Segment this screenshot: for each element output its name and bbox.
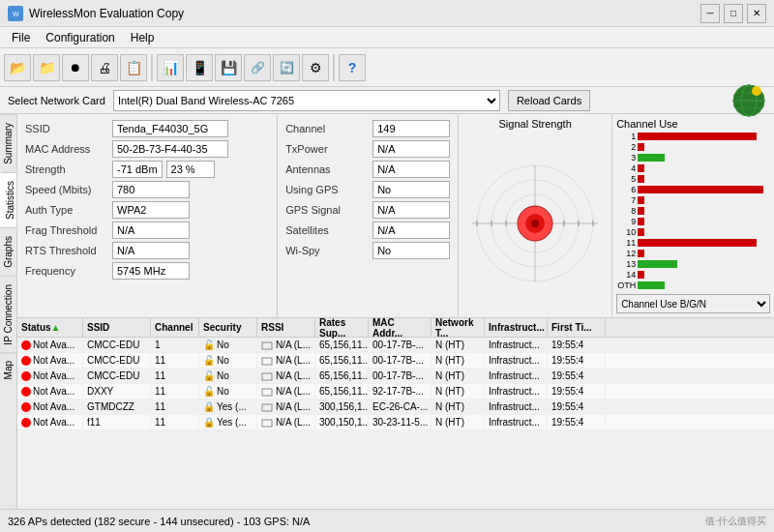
channel-bar-label: 3: [616, 153, 636, 163]
strength-row: Strength -71 dBm 23 %: [25, 161, 269, 178]
channel-bar-label: 13: [616, 259, 636, 269]
td-channel: 11: [151, 369, 199, 383]
td-first: 19:55:4: [548, 353, 606, 368]
security-icon: 🔓: [203, 386, 215, 397]
status-dot: [21, 356, 31, 366]
maximize-button[interactable]: □: [724, 4, 743, 23]
channel-bar-wrap: [638, 133, 770, 140]
th-mac[interactable]: MAC Addr...: [369, 318, 432, 337]
td-security: 🔒Yes (...: [199, 399, 257, 414]
open-button[interactable]: 📂: [4, 54, 31, 81]
table-row[interactable]: Not Ava... CMCC-EDU 11 🔓No N/A (L... 65,…: [17, 369, 774, 384]
channel-bar-fill: [638, 143, 644, 151]
channel-bar-row: 5: [616, 174, 770, 184]
svg-rect-30: [262, 404, 272, 411]
copy-button[interactable]: 📋: [120, 54, 147, 81]
signal-panel: Signal Strength: [459, 114, 612, 317]
mac-value: 50-2B-73-F4-40-35: [112, 140, 228, 158]
td-rssi: N/A (L...: [257, 384, 315, 399]
td-status: Not Ava...: [17, 384, 83, 399]
channel-bar-wrap: [638, 143, 770, 151]
rts-label: RTS Threshold: [25, 245, 112, 256]
folder-button[interactable]: 📁: [33, 54, 60, 81]
th-first[interactable]: First Ti...: [548, 318, 606, 337]
print-button[interactable]: 🖨: [91, 54, 118, 81]
td-channel: 1: [151, 338, 199, 352]
status-text: 326 APs detected (182 secure - 144 unsec…: [8, 516, 310, 527]
table-row[interactable]: Not Ava... CMCC-EDU 11 🔓No N/A (L... 65,…: [17, 353, 774, 369]
status-dot: [21, 402, 31, 412]
td-mac: EC-26-CA-...: [369, 399, 432, 414]
channel-bar-label: OTH: [616, 281, 636, 290]
channel-bars: 1 2 3 4 5 6: [616, 132, 770, 290]
channel-bar-wrap: [638, 271, 770, 279]
menu-help[interactable]: Help: [123, 29, 163, 46]
tab-map[interactable]: Map: [0, 352, 16, 387]
auth-value: WPA2: [112, 201, 190, 219]
svg-point-25: [531, 220, 539, 227]
info-panel: SSID Tenda_F44030_5G MAC Address 50-2B-7…: [17, 114, 774, 318]
toolbar-sep-2: [333, 54, 335, 81]
table-row[interactable]: Not Ava... GTMDCZZ 11 🔒Yes (... N/A (L..…: [17, 399, 774, 415]
window-controls[interactable]: ─ □ ✕: [700, 4, 766, 23]
chart-button[interactable]: 📊: [157, 54, 184, 81]
th-rates[interactable]: Rates Sup...: [315, 318, 369, 337]
th-status[interactable]: Status ▲: [17, 318, 83, 337]
gpssig-value: N/A: [372, 201, 450, 219]
radar-display: [462, 161, 608, 286]
channel-bar-label: 14: [616, 270, 636, 280]
help-button[interactable]: ?: [339, 54, 366, 81]
th-rssi[interactable]: RSSI: [257, 318, 315, 337]
td-rssi: N/A (L...: [257, 415, 315, 429]
table-row[interactable]: Not Ava... CMCC-EDU 1 🔓No N/A (L... 65,1…: [17, 338, 774, 353]
channel-bar-fill: [638, 218, 644, 225]
td-security: 🔓No: [199, 384, 257, 399]
txpower-label: TxPower: [285, 143, 372, 155]
menu-file[interactable]: File: [4, 29, 38, 46]
th-security[interactable]: Security: [199, 318, 257, 337]
td-mac: 00-17-7B-...: [369, 353, 432, 368]
tab-summary[interactable]: Summary: [0, 114, 16, 172]
connect-button[interactable]: 🔗: [244, 54, 271, 81]
menubar: File Configuration Help: [0, 27, 774, 48]
settings-button[interactable]: ⚙: [302, 54, 329, 81]
auth-label: Auth Type: [25, 204, 112, 216]
device-button[interactable]: 📱: [186, 54, 213, 81]
td-first: 19:55:4: [548, 338, 606, 352]
th-ssid[interactable]: SSID: [83, 318, 151, 337]
menu-configuration[interactable]: Configuration: [38, 29, 122, 46]
mac-label: MAC Address: [25, 143, 112, 155]
td-network: N (HT): [432, 384, 485, 399]
channel-type-select[interactable]: Channel Use B/G/N: [616, 294, 770, 313]
netcard-select[interactable]: Intel(R) Dual Band Wireless-AC 7265: [113, 90, 500, 111]
tab-graphs[interactable]: Graphs: [0, 227, 16, 276]
gps-row: Using GPS No: [285, 181, 450, 198]
titlebar: W WirelessMon Evaluation Copy ─ □ ✕: [0, 0, 774, 27]
record-button[interactable]: ⏺: [62, 54, 89, 81]
td-infra: Infrastruct...: [485, 384, 548, 399]
td-network: N (HT): [432, 369, 485, 383]
td-first: 19:55:4: [548, 399, 606, 414]
tab-statistics[interactable]: Statistics: [0, 172, 16, 227]
channel-bar-label: 10: [616, 227, 636, 237]
channel-bar-label: 9: [616, 217, 636, 226]
tab-ip-connection[interactable]: IP Connection: [0, 276, 16, 353]
th-channel[interactable]: Channel: [151, 318, 199, 337]
table-row[interactable]: Not Ava... DXXY 11 🔓No N/A (L... 65,156,…: [17, 384, 774, 399]
signal-title: Signal Strength: [499, 118, 572, 130]
reload-cards-button[interactable]: Reload Cards: [508, 90, 590, 111]
save-button[interactable]: 💾: [215, 54, 242, 81]
refresh-button[interactable]: 🔄: [273, 54, 300, 81]
th-infra[interactable]: Infrastruct...: [485, 318, 548, 337]
app-icon: W: [8, 6, 23, 21]
td-mac: 92-17-7B-...: [369, 384, 432, 399]
td-status: Not Ava...: [17, 338, 83, 352]
table-row[interactable]: Not Ava... f11 11 🔒Yes (... N/A (L... 30…: [17, 415, 774, 430]
minimize-button[interactable]: ─: [700, 4, 720, 23]
status-dot: [21, 387, 31, 397]
close-button[interactable]: ✕: [747, 4, 766, 23]
td-rates: 65,156,11...: [315, 369, 369, 383]
channel-bar-fill: [638, 239, 757, 247]
wispy-value: No: [372, 242, 450, 259]
th-network[interactable]: Network T...: [432, 318, 485, 337]
